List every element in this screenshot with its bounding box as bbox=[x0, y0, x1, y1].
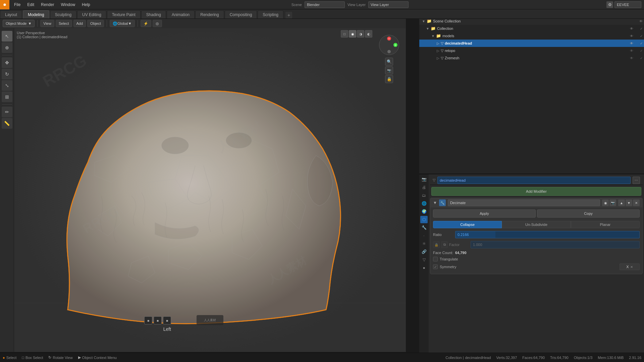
measure-tool[interactable]: 📏 bbox=[2, 118, 12, 129]
modifier-props-btn[interactable]: 🔧 bbox=[420, 224, 428, 231]
retopo-check[interactable]: ✓ bbox=[640, 49, 643, 53]
viewlayer-props-btn[interactable]: 🗂 bbox=[420, 192, 428, 199]
camera-btn[interactable]: 📷 bbox=[385, 66, 393, 74]
tab-compositing[interactable]: Compositing bbox=[225, 10, 257, 18]
tab-shading[interactable]: Shading bbox=[141, 10, 166, 18]
world-props-btn[interactable]: 🌍 bbox=[420, 208, 428, 215]
annotate-tool[interactable]: ✏ bbox=[2, 107, 12, 117]
menu-window[interactable]: Window bbox=[57, 0, 78, 9]
factor-field[interactable]: 1.000 bbox=[471, 241, 640, 248]
scene-col-vis[interactable]: 👁 bbox=[639, 19, 643, 23]
gizmo-top[interactable]: Y bbox=[387, 37, 391, 41]
dechead-vis[interactable]: 👁 bbox=[630, 42, 633, 45]
ratio-field[interactable]: 0.2166 bbox=[455, 231, 640, 238]
tab-layout[interactable]: Layout bbox=[0, 10, 22, 18]
snap-btn[interactable]: ⚡ bbox=[141, 20, 151, 27]
wireframe-mode-btn[interactable]: □ bbox=[341, 30, 348, 38]
zremesh-check[interactable]: ✓ bbox=[640, 56, 643, 60]
material-props-btn[interactable]: ● bbox=[420, 264, 428, 272]
outliner-item-collection[interactable]: ▼ 📁 Collection 👁 ✓ bbox=[419, 25, 644, 32]
proportional-btn[interactable]: ◎ bbox=[153, 20, 162, 27]
mod-realtime-btn[interactable]: ◉ bbox=[602, 199, 609, 206]
select-menu[interactable]: Select bbox=[56, 20, 72, 27]
face-count-row: Face Count: 64,790 bbox=[430, 250, 642, 256]
collection-check[interactable]: ✓ bbox=[640, 27, 643, 31]
object-mode-selector[interactable]: Object Mode ▼ bbox=[3, 20, 35, 27]
outliner-item-models[interactable]: ▼ 📁 models 👁 ✓ bbox=[419, 32, 644, 40]
symmetry-x-close[interactable]: ✕ bbox=[630, 265, 633, 269]
unsubdivide-tab[interactable]: Un-Subdivide bbox=[502, 221, 571, 228]
mod-close-btn[interactable]: ✕ bbox=[633, 199, 640, 206]
mod-render-btn[interactable]: 📷 bbox=[609, 199, 616, 206]
menu-edit[interactable]: Edit bbox=[24, 0, 38, 9]
cursor-tool[interactable]: ⊕ bbox=[2, 42, 12, 53]
add-modifier-btn[interactable]: Add Modifier bbox=[431, 187, 641, 196]
solid-mode-btn[interactable]: ◉ bbox=[349, 30, 356, 38]
transform-tool[interactable]: ⊞ bbox=[2, 92, 12, 102]
copy-btn[interactable]: Copy bbox=[537, 209, 640, 218]
material-preview-btn[interactable]: ◑ bbox=[357, 30, 364, 38]
apply-btn[interactable]: Apply bbox=[433, 209, 536, 218]
menu-file[interactable]: File bbox=[11, 0, 24, 9]
move-tool[interactable]: ✥ bbox=[2, 57, 12, 68]
models-vis[interactable]: 👁 bbox=[630, 34, 633, 38]
render-props-btn[interactable]: 📷 bbox=[420, 176, 428, 183]
global-selector[interactable]: 🌐 Global ▼ bbox=[110, 20, 135, 27]
tab-animation[interactable]: Animation bbox=[167, 10, 195, 18]
mod-up-btn[interactable]: ▲ bbox=[618, 199, 625, 206]
render-preview-btn[interactable]: ◐ bbox=[365, 30, 372, 38]
scene-props-btn[interactable]: 🌐 bbox=[420, 200, 428, 207]
zremesh-vis[interactable]: 👁 bbox=[630, 56, 633, 60]
factor-lock-btn[interactable]: 🔒 bbox=[433, 241, 440, 248]
outliner-item-retopo[interactable]: ▷ ▽ retopo 👁 ✓ bbox=[419, 47, 644, 54]
retopo-vis[interactable]: 👁 bbox=[630, 49, 633, 53]
collection-vis[interactable]: 👁 bbox=[630, 27, 633, 31]
dechead-check[interactable]: ✓ bbox=[640, 42, 643, 45]
menu-help[interactable]: Help bbox=[78, 0, 94, 9]
symmetry-checkbox[interactable]: ✓ bbox=[433, 264, 438, 269]
tab-uv-editing[interactable]: UV Editing bbox=[77, 10, 106, 18]
particles-props-btn[interactable]: · bbox=[420, 232, 428, 239]
tab-modeling[interactable]: Modeling bbox=[23, 10, 49, 18]
data-props-btn[interactable]: ▽ bbox=[420, 256, 428, 263]
menu-render[interactable]: Render bbox=[38, 0, 57, 9]
outliner-item-zremesh[interactable]: ▷ ▽ Zremesh 👁 ✓ bbox=[419, 54, 644, 62]
tab-texture-paint[interactable]: Texture Paint bbox=[107, 10, 141, 18]
mod-down-btn[interactable]: ▼ bbox=[626, 199, 632, 206]
add-workspace-btn[interactable]: + bbox=[285, 12, 292, 18]
viewport[interactable]: User Perspective (1) Collection | decima… bbox=[14, 28, 406, 352]
gizmo-right[interactable]: X bbox=[393, 43, 397, 47]
engine-icon[interactable]: ⚙ bbox=[606, 1, 613, 8]
ratio-label: Ratio bbox=[433, 233, 453, 237]
lock-btn[interactable]: 🔒 bbox=[385, 75, 393, 83]
nav-gizmo-orb[interactable]: Y X bbox=[379, 35, 399, 55]
factor-copy-btn[interactable]: ⧉ bbox=[441, 241, 448, 248]
tab-rendering[interactable]: Rendering bbox=[195, 10, 224, 18]
rotate-tool[interactable]: ↻ bbox=[2, 69, 12, 79]
modifier-expand-arrow[interactable]: ▼ bbox=[433, 200, 437, 205]
symmetry-axis-selector[interactable]: X ✕ bbox=[620, 263, 640, 270]
output-props-btn[interactable]: 🖨 bbox=[420, 184, 428, 191]
triangulate-checkbox[interactable] bbox=[433, 257, 438, 261]
physics-props-btn[interactable]: ⚛ bbox=[420, 240, 428, 247]
object-name-field[interactable]: decimatedHead bbox=[437, 177, 631, 184]
models-check[interactable]: ✓ bbox=[640, 34, 643, 38]
scale-tool[interactable]: ⤡ bbox=[2, 80, 12, 91]
object-menu[interactable]: Object bbox=[87, 20, 104, 27]
obj-props-extra[interactable]: ⋯ bbox=[633, 177, 640, 184]
outliner-item-decimated-head[interactable]: ▷ ▽ decimatedHead 👁 ✓ bbox=[419, 40, 644, 47]
planar-tab[interactable]: Planar bbox=[571, 221, 640, 228]
scene-input[interactable]: Blender bbox=[305, 1, 345, 8]
zoom-in-btn[interactable]: 🔍 bbox=[385, 58, 393, 66]
collapse-tab[interactable]: Collapse bbox=[433, 221, 502, 228]
object-props-btn[interactable]: ⬡ bbox=[420, 216, 428, 223]
select-tool[interactable]: ↖ bbox=[2, 31, 12, 42]
view-layer-input[interactable]: View Layer bbox=[368, 1, 409, 8]
engine-selector[interactable]: EEVEE bbox=[614, 1, 641, 8]
add-menu[interactable]: Add bbox=[73, 20, 86, 27]
tab-scripting[interactable]: Scripting bbox=[258, 10, 283, 18]
modifier-name-input[interactable] bbox=[448, 199, 600, 206]
view-menu[interactable]: View bbox=[40, 20, 54, 27]
constraints-props-btn[interactable]: 🔗 bbox=[420, 248, 428, 255]
tab-sculpting[interactable]: Sculpting bbox=[50, 10, 76, 18]
